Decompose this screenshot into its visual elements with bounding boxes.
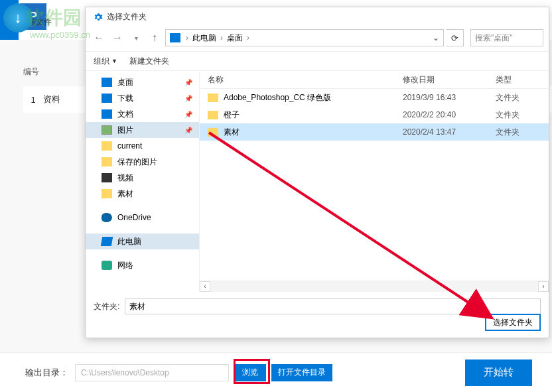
dialog-title: 选择文件夹 (107, 11, 147, 23)
nav-forward-button[interactable]: → (109, 30, 125, 46)
nav-back-button[interactable]: ← (91, 30, 107, 46)
nav-item-onedrive[interactable]: OneDrive (86, 210, 199, 226)
nav-item-label: 图片 (117, 125, 133, 136)
nav-up-button[interactable]: ↑ (147, 30, 163, 46)
browse-button[interactable]: 浏览 (234, 364, 266, 381)
pic-icon (102, 125, 112, 135)
pin-icon: 📌 (184, 111, 192, 118)
nav-item-label: OneDrive (117, 213, 151, 222)
nav-item-folder[interactable]: 保存的图片 (86, 154, 199, 170)
nav-item-net[interactable]: 网络 (86, 257, 199, 273)
folder-icon (102, 157, 112, 166)
organize-menu[interactable]: 组织 ▼ (94, 56, 117, 67)
pin-icon: 📌 (184, 79, 192, 86)
nav-item-label: 此电脑 (117, 236, 141, 247)
breadcrumb-sep: › (184, 33, 190, 42)
dialog-title-bar: 选择文件夹 (94, 11, 147, 23)
file-date: 2019/3/9 16:43 (403, 93, 496, 102)
doc-icon (102, 109, 112, 119)
dialog-bottom-bar: 文件夹: 选择文件夹 (86, 291, 549, 338)
nav-item-pic[interactable]: 图片📌 (86, 122, 199, 138)
video-icon (102, 173, 112, 182)
row-number: 1 (23, 95, 43, 105)
nav-item-label: 保存的图片 (117, 157, 157, 168)
breadcrumb-pc[interactable]: 此电脑 (190, 33, 219, 44)
file-row[interactable]: 橙子2020/2/2 20:40文件夹 (200, 106, 549, 123)
nav-item-label: 文档 (117, 109, 133, 120)
open-folder-button[interactable]: 打开文件目录 (271, 364, 332, 381)
chevron-down-icon: ▼ (111, 58, 117, 64)
nav-item-folder[interactable]: current (86, 138, 199, 154)
file-type: 文件夹 (496, 109, 549, 121)
folder-icon (208, 128, 218, 137)
folder-name-input[interactable] (125, 298, 541, 314)
folder-icon (102, 141, 112, 151)
pin-icon: 📌 (184, 95, 192, 102)
start-convert-button[interactable]: 开始转 (465, 359, 532, 386)
gear-icon (94, 13, 103, 22)
output-dir-label: 输出目录： (25, 367, 68, 379)
search-input[interactable]: 搜索"桌面" (470, 29, 543, 46)
nav-item-label: 下载 (117, 93, 133, 104)
pdf-tool-label: F转文件 (23, 17, 52, 28)
select-folder-button[interactable]: 选择文件夹 (485, 314, 541, 331)
file-list-pane: 名称 修改日期 类型 Adobe_Photoshop_CC 绿色版2019/3/… (200, 72, 549, 291)
file-row[interactable]: 素材2020/2/4 13:47文件夹 (200, 123, 549, 141)
col-type[interactable]: 类型 (496, 74, 549, 86)
horizontal-scrollbar[interactable]: ‹ › (200, 281, 549, 291)
nav-item-pc[interactable]: 此电脑 (86, 233, 199, 249)
folder-icon (208, 94, 218, 102)
file-name: Adobe_Photoshop_CC 绿色版 (224, 92, 331, 103)
folder-icon (102, 189, 112, 198)
app-bottom-bar: 输出目录： 浏览 打开文件目录 开始转 (0, 352, 552, 392)
nav-item-label: 视频 (117, 172, 133, 184)
desktop-icon (102, 78, 112, 87)
output-path-input[interactable] (75, 364, 229, 381)
file-type: 文件夹 (496, 127, 549, 138)
breadcrumb-desktop[interactable]: 桌面 (224, 33, 245, 44)
file-date: 2020/2/4 13:47 (403, 127, 496, 137)
nav-item-folder[interactable]: 素材 (86, 186, 199, 202)
dialog-toolbar: 组织 ▼ 新建文件夹 (86, 51, 549, 71)
pin-icon: 📌 (184, 127, 192, 134)
scroll-right-button[interactable]: › (538, 281, 549, 292)
file-type: 文件夹 (496, 92, 549, 103)
folder-picker-dialog: 选择文件夹 ← → ▾ ↑ › 此电脑 › 桌面 › ⌄ ⟳ 搜索"桌面" 组织… (85, 7, 549, 338)
address-bar[interactable]: › 此电脑 › 桌面 › ⌄ (165, 29, 444, 46)
address-toolbar: ← → ▾ ↑ › 此电脑 › 桌面 › ⌄ ⟳ 搜索"桌面" (86, 27, 549, 48)
col-name[interactable]: 名称 (208, 74, 403, 86)
file-name: 橙子 (224, 109, 240, 121)
nav-item-label: 网络 (117, 260, 133, 271)
nav-item-video[interactable]: 视频 (86, 170, 199, 186)
new-folder-button[interactable]: 新建文件夹 (129, 56, 169, 67)
row-filename: 资料 (43, 94, 60, 105)
dialog-body: 桌面📌下载📌文档📌图片📌current保存的图片视频素材OneDrive此电脑网… (86, 72, 549, 291)
nav-item-download[interactable]: 下载📌 (86, 90, 199, 106)
pc-icon (101, 237, 113, 246)
scroll-track[interactable] (210, 281, 538, 292)
net-icon (102, 261, 112, 270)
scroll-left-button[interactable]: ‹ (200, 281, 210, 292)
file-row[interactable]: Adobe_Photoshop_CC 绿色版2019/3/9 16:43文件夹 (200, 89, 549, 106)
download-icon (102, 94, 112, 103)
navigation-pane[interactable]: 桌面📌下载📌文档📌图片📌current保存的图片视频素材OneDrive此电脑网… (86, 72, 200, 291)
nav-item-doc[interactable]: 文档📌 (86, 106, 199, 122)
col-date[interactable]: 修改日期 (403, 74, 496, 86)
nav-item-label: 桌面 (117, 77, 133, 88)
file-name: 素材 (224, 127, 240, 138)
col-number: 编号 (23, 66, 43, 78)
address-dropdown[interactable]: ⌄ (431, 33, 443, 42)
nav-item-label: current (117, 141, 142, 151)
pc-icon (170, 33, 180, 42)
breadcrumb-sep: › (245, 33, 251, 42)
onedrive-icon (102, 213, 112, 222)
app-sidebar-strip (0, 0, 19, 40)
folder-field-label: 文件夹: (94, 301, 119, 312)
nav-item-desktop[interactable]: 桌面📌 (86, 74, 199, 90)
nav-recent-button[interactable]: ▾ (128, 30, 144, 46)
breadcrumb-sep: › (219, 33, 224, 42)
folder-icon (208, 111, 218, 119)
refresh-button[interactable]: ⟳ (447, 29, 464, 46)
file-columns-header[interactable]: 名称 修改日期 类型 (200, 72, 549, 89)
file-date: 2020/2/2 20:40 (403, 110, 496, 119)
